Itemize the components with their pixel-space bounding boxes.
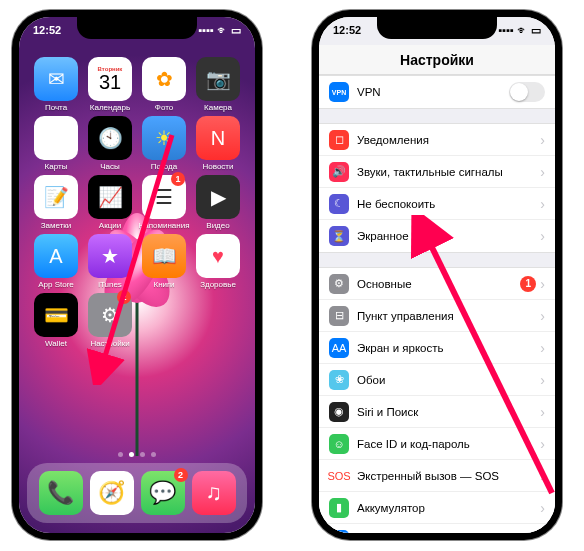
chevron-icon: › bbox=[540, 468, 545, 484]
app-icon: ★ bbox=[88, 234, 132, 278]
sounds-icon: 🔊 bbox=[329, 162, 349, 182]
signal-icon: ▪▪▪▪ bbox=[198, 24, 214, 36]
app-Здоровье[interactable]: ♥Здоровье bbox=[191, 234, 245, 289]
app-Камера[interactable]: 📷Камера bbox=[191, 57, 245, 112]
settings-group: VPNVPN bbox=[319, 75, 555, 109]
row-general[interactable]: ⚙Основные1› bbox=[319, 268, 555, 300]
chevron-icon: › bbox=[540, 196, 545, 212]
row-sounds[interactable]: 🔊Звуки, тактильные сигналы› bbox=[319, 156, 555, 188]
app-icon: 📈 bbox=[88, 175, 132, 219]
app-icon: 💳 bbox=[34, 293, 78, 337]
home-screen: 12:52 ▪▪▪▪ ᯤ ▭ ✉ПочтаВторник31Календарь✿… bbox=[19, 17, 255, 533]
app-label: App Store bbox=[38, 280, 74, 289]
notch bbox=[77, 17, 197, 39]
notifications-icon: ◻ bbox=[329, 130, 349, 150]
row-label: Siri и Поиск bbox=[357, 406, 540, 418]
app-App Store[interactable]: AApp Store bbox=[29, 234, 83, 289]
settings-group: ◻Уведомления›🔊Звуки, тактильные сигналы›… bbox=[319, 123, 555, 253]
row-badge: 1 bbox=[520, 276, 536, 292]
battery-icon: ▭ bbox=[531, 24, 541, 37]
settings-title: Настройки bbox=[319, 45, 555, 75]
app-icon: Вторник31 bbox=[88, 57, 132, 101]
app-Карты[interactable]: 🗺Карты bbox=[29, 116, 83, 171]
general-icon: ⚙ bbox=[329, 274, 349, 294]
chevron-icon: › bbox=[540, 276, 545, 292]
app-grid: ✉ПочтаВторник31Календарь✿Фото📷Камера🗺Кар… bbox=[19, 57, 255, 348]
app-Настройки[interactable]: ⚙2Настройки bbox=[83, 293, 137, 348]
app-label: Книги bbox=[154, 280, 175, 289]
app-label: Акции bbox=[99, 221, 121, 230]
app-icon: ✿ bbox=[142, 57, 186, 101]
app-Видео[interactable]: ▶Видео bbox=[191, 175, 245, 230]
app-label: Часы bbox=[100, 162, 120, 171]
battery-icon: ▭ bbox=[231, 24, 241, 37]
app-Книги[interactable]: 📖Книги bbox=[137, 234, 191, 289]
app-Погода[interactable]: ☀Погода bbox=[137, 116, 191, 171]
row-vpn[interactable]: VPNVPN bbox=[319, 76, 555, 108]
row-display[interactable]: AAЭкран и яркость› bbox=[319, 332, 555, 364]
row-control-center[interactable]: ⊟Пункт управления› bbox=[319, 300, 555, 332]
app-iTunes[interactable]: ★iTunes bbox=[83, 234, 137, 289]
app-Акции[interactable]: 📈Акции bbox=[83, 175, 137, 230]
dock-phone[interactable]: 📞 bbox=[39, 471, 83, 515]
app-Часы[interactable]: 🕙Часы bbox=[83, 116, 137, 171]
app-label: Камера bbox=[204, 103, 232, 112]
page-indicator[interactable] bbox=[19, 452, 255, 457]
app-label: Настройки bbox=[90, 339, 129, 348]
row-label: Уведомления bbox=[357, 134, 540, 146]
row-wallpaper[interactable]: ❀Обои› bbox=[319, 364, 555, 396]
row-screentime[interactable]: ⏳Экранное время› bbox=[319, 220, 555, 252]
chevron-icon: › bbox=[540, 404, 545, 420]
phone-home: 12:52 ▪▪▪▪ ᯤ ▭ ✉ПочтаВторник31Календарь✿… bbox=[12, 10, 262, 540]
row-label: Экран и яркость bbox=[357, 342, 540, 354]
app-Новости[interactable]: NНовости bbox=[191, 116, 245, 171]
app-Почта[interactable]: ✉Почта bbox=[29, 57, 83, 112]
settings-group: ⚙Основные1›⊟Пункт управления›AAЭкран и я… bbox=[319, 267, 555, 533]
badge: 2 bbox=[174, 468, 188, 482]
row-privacy[interactable]: ✋Конфиденциальность› bbox=[319, 524, 555, 533]
row-faceid[interactable]: ☺Face ID и код-пароль› bbox=[319, 428, 555, 460]
row-dnd[interactable]: ☾Не беспокоить› bbox=[319, 188, 555, 220]
row-label: Экранное время bbox=[357, 230, 540, 242]
row-label: Аккумулятор bbox=[357, 502, 540, 514]
row-sos[interactable]: SOSЭкстренный вызов — SOS› bbox=[319, 460, 555, 492]
toggle[interactable] bbox=[509, 82, 545, 102]
status-time: 12:52 bbox=[33, 24, 61, 36]
row-label: Звуки, тактильные сигналы bbox=[357, 166, 540, 178]
app-Напоминания[interactable]: ☰1Напоминания bbox=[137, 175, 191, 230]
status-time: 12:52 bbox=[333, 24, 361, 36]
app-label: Здоровье bbox=[200, 280, 236, 289]
chevron-icon: › bbox=[540, 308, 545, 324]
app-icon: ▶ bbox=[196, 175, 240, 219]
chevron-icon: › bbox=[540, 500, 545, 516]
app-Фото[interactable]: ✿Фото bbox=[137, 57, 191, 112]
app-Wallet[interactable]: 💳Wallet bbox=[29, 293, 83, 348]
app-label: Почта bbox=[45, 103, 67, 112]
row-siri[interactable]: ◉Siri и Поиск› bbox=[319, 396, 555, 428]
app-icon: ♥ bbox=[196, 234, 240, 278]
app-icon: 📖 bbox=[142, 234, 186, 278]
faceid-icon: ☺ bbox=[329, 434, 349, 454]
chevron-icon: › bbox=[540, 132, 545, 148]
phone-settings: 12:52 ▪▪▪▪ ᯤ ▭ Настройки VPNVPN◻Уведомле… bbox=[312, 10, 562, 540]
app-label: Карты bbox=[45, 162, 68, 171]
app-icon: 🕙 bbox=[88, 116, 132, 160]
app-icon: ☀ bbox=[142, 116, 186, 160]
settings-screen: 12:52 ▪▪▪▪ ᯤ ▭ Настройки VPNVPN◻Уведомле… bbox=[319, 17, 555, 533]
wifi-icon: ᯤ bbox=[517, 24, 528, 36]
app-Заметки[interactable]: 📝Заметки bbox=[29, 175, 83, 230]
dock-safari[interactable]: 🧭 bbox=[90, 471, 134, 515]
row-battery[interactable]: ▮Аккумулятор› bbox=[319, 492, 555, 524]
settings-list[interactable]: VPNVPN◻Уведомления›🔊Звуки, тактильные си… bbox=[319, 75, 555, 533]
app-label: Фото bbox=[155, 103, 173, 112]
badge: 1 bbox=[171, 172, 185, 186]
chevron-icon: › bbox=[540, 436, 545, 452]
row-notifications[interactable]: ◻Уведомления› bbox=[319, 124, 555, 156]
siri-icon: ◉ bbox=[329, 402, 349, 422]
app-label: Wallet bbox=[45, 339, 67, 348]
dock-music[interactable]: ♫ bbox=[192, 471, 236, 515]
dock-messages[interactable]: 💬2 bbox=[141, 471, 185, 515]
control-center-icon: ⊟ bbox=[329, 306, 349, 326]
app-label: Заметки bbox=[41, 221, 72, 230]
app-Календарь[interactable]: Вторник31Календарь bbox=[83, 57, 137, 112]
